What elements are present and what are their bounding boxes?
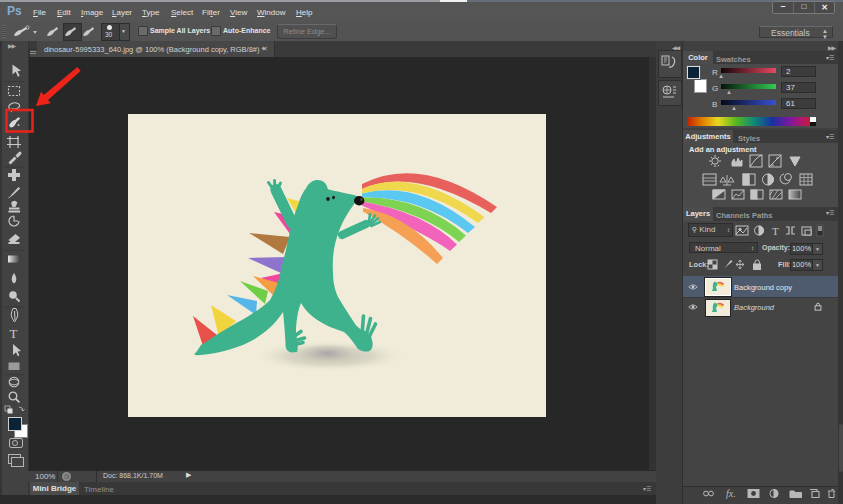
svg-text:T: T	[772, 225, 779, 237]
svg-text:T: T	[10, 326, 18, 341]
svg-text:fx.: fx.	[726, 488, 736, 499]
